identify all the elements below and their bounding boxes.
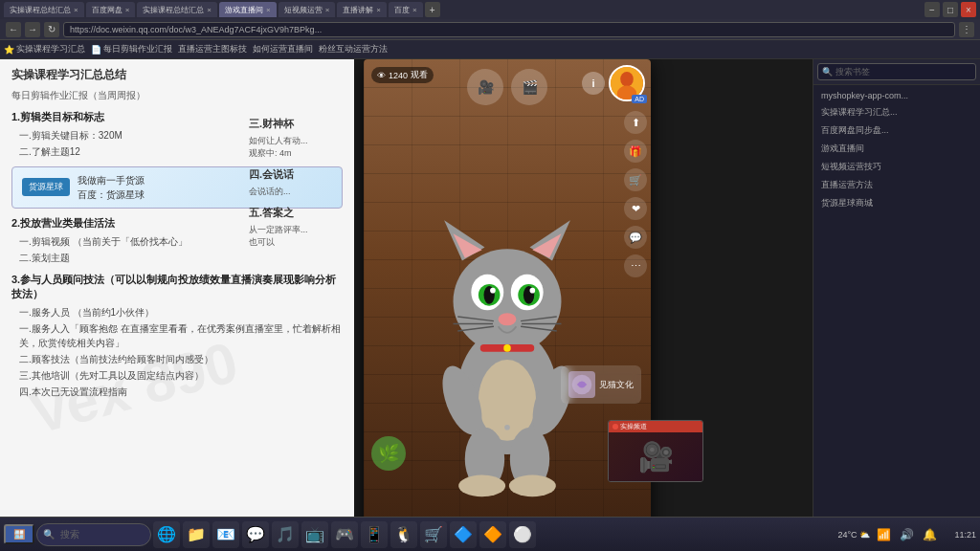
bookmark-icon-1: ⭐ (4, 45, 14, 55)
rp-bookmark-2[interactable]: 实操课程学习汇总... (817, 104, 976, 121)
refresh-button[interactable]: ↻ (44, 22, 59, 37)
tab-6[interactable]: 直播讲解 × (337, 2, 387, 17)
minimize-button[interactable]: − (924, 2, 940, 17)
tab-close-3[interactable]: × (207, 6, 212, 14)
tab-close-6[interactable]: × (376, 6, 381, 14)
info-button[interactable]: i (582, 72, 605, 95)
bookmark-3[interactable]: 直播运营主图标技 (178, 43, 247, 55)
network-icon[interactable]: 📶 (874, 525, 893, 544)
taskbar: 🪟 🔍 搜索 🌐 📁 📧 💬 🎵 📺 🎮 📱 🐧 🛒 🔷 🔶 ⚪ 24°C ⛅ … (0, 517, 980, 551)
preview-content: 🎥 (609, 432, 702, 481)
more-action[interactable]: ⋯ (624, 254, 647, 277)
bookmark-4[interactable]: 如何运营直播间 (253, 43, 313, 55)
section-3-item-1: 一.服务人员 （当前约1小伙伴） (19, 305, 343, 320)
section-caishen-content: 如何让人有动...观察中: 4m (249, 135, 345, 160)
tab-close-2[interactable]: × (125, 6, 130, 14)
notification-icon[interactable]: 🔔 (920, 525, 939, 544)
section-3-item-5: 四.本次已无设置流程指南 (19, 385, 343, 399)
extensions-button[interactable]: ⋮ (959, 22, 974, 37)
taskbar-app-extra2[interactable]: 🔶 (479, 521, 506, 548)
taskbar-app-email[interactable]: 📧 (212, 521, 239, 548)
rp-bookmark-4[interactable]: 游戏直播间 (817, 141, 976, 157)
rp-bookmark-1[interactable]: myshopkey-app-com... (817, 89, 976, 102)
section-3-item-2: 一.服务人入「顾客抱怨 在直播室里看看，在优秀案例直播室里，忙着解析相关，欣赏传… (19, 321, 343, 350)
tab-7[interactable]: 百度 × (389, 2, 423, 17)
game-icons-bar: 🎥 🎬 (467, 69, 547, 105)
rp-bookmark-6[interactable]: 直播运营方法 (817, 177, 976, 193)
tab-4-active[interactable]: 游戏直播间 × (219, 2, 277, 17)
section-daan-content: 从一定路评率...也可以 (249, 224, 345, 249)
tab-2[interactable]: 百度网盘 × (86, 2, 136, 17)
taskbar-app-extra1[interactable]: 🔷 (450, 521, 477, 548)
taskbar-app-wechat[interactable]: 💬 (242, 521, 269, 548)
tab-close-4[interactable]: × (266, 6, 271, 14)
right-panel-top: 🔍 搜索书签 (813, 59, 980, 85)
rp-bookmark-5[interactable]: 短视频运营技巧 (817, 159, 976, 175)
ad-logo: 货源星球 (22, 178, 70, 196)
bookmarks-bar: ⭐ 实操课程学习汇总 📄 每日剪辑作业汇报 直播运营主图标技 如何运营直播间 粉… (0, 40, 980, 59)
forward-button[interactable]: → (25, 22, 40, 37)
tab-5[interactable]: 短视频运营 × (278, 2, 336, 17)
address-bar[interactable]: https://doc.weixin.qq.com/doc/w3_ANEAdg7… (63, 22, 955, 37)
right-panel-search[interactable]: 🔍 搜索书签 (817, 63, 976, 80)
doc-subtitle: 每日剪辑作业汇报（当周周报） (11, 89, 343, 102)
rp-bookmark-7[interactable]: 货源星球商城 (817, 195, 976, 211)
stream-side-actions: ⬆ 🎁 🛒 ❤ 💬 ⋯ (620, 107, 651, 281)
new-tab-button[interactable]: + (425, 2, 440, 17)
tab-1[interactable]: 实操课程总结汇总 × (4, 2, 84, 17)
ad-badge: AD (632, 95, 647, 103)
section-3-item-4: 三.其他培训（先对工具以及固定结点内容） (19, 368, 343, 383)
search-text: 搜索 (60, 528, 79, 541)
gift-action[interactable]: 🎁 (624, 140, 647, 163)
svg-point-14 (530, 288, 536, 294)
back-button[interactable]: ← (6, 22, 21, 37)
section-huishuohua-content: 会说话的... (249, 186, 345, 198)
screen-share-button[interactable]: 🎬 (511, 69, 547, 105)
comment-action[interactable]: 💬 (624, 226, 647, 249)
rp-bookmark-3[interactable]: 百度网盘同步盘... (817, 122, 976, 139)
taskbar-app-browser[interactable]: 🌐 (153, 521, 180, 548)
doc-right-col: 三.财神杯 如何让人有动...观察中: 4m 四.会说话 会说话的... 五.答… (249, 117, 345, 249)
close-button[interactable]: × (961, 2, 976, 17)
section-daan-title: 五.答案之 (249, 206, 345, 220)
taskbar-app-shop[interactable]: 🛒 (420, 521, 447, 548)
taskbar-app-video[interactable]: 📺 (301, 521, 328, 548)
taskbar-app-extra3[interactable]: ⚪ (509, 521, 536, 548)
eye-icon: 👁 (377, 71, 386, 80)
start-button[interactable]: 🪟 (4, 524, 34, 544)
share-action[interactable]: ⬆ (624, 111, 647, 134)
tab-close-7[interactable]: × (412, 6, 417, 14)
section-3-item-3: 二.顾客技法（当前技法约给顾客时间内感受） (19, 352, 343, 366)
tab-close-1[interactable]: × (74, 6, 78, 14)
tab-3[interactable]: 实操课程总结汇总 × (137, 2, 217, 17)
taskbar-search-bar[interactable]: 🔍 搜索 (36, 523, 151, 546)
preview-dot (612, 424, 618, 430)
cart-action[interactable]: 🛒 (624, 168, 647, 191)
like-action[interactable]: ❤ (624, 197, 647, 220)
navigation-bar: ← → ↻ https://doc.weixin.qq.com/doc/w3_A… (0, 19, 980, 40)
section-3-title: 3.参与人员顾问技法（可以以制规向投放绩效量直播演奏展现影响分析技法） (11, 273, 343, 301)
video-record-button[interactable]: 🎥 (467, 69, 503, 105)
maximize-button[interactable]: □ (943, 2, 958, 17)
taskbar-app-mobile[interactable]: 📱 (361, 521, 388, 548)
right-panel-bookmarks: myshopkey-app-com... 实操课程学习汇总... 百度网盘同步盘… (813, 85, 980, 517)
taskbar-app-explorer[interactable]: 📁 (183, 521, 210, 548)
section-2-item-2: 二.策划主题 (19, 251, 343, 265)
bookmark-2[interactable]: 📄 每日剪辑作业汇报 (91, 43, 172, 55)
system-time: 11:21 (943, 530, 976, 540)
stream-top-right-area: i AD (582, 65, 645, 101)
taskbar-app-music[interactable]: 🎵 (272, 521, 299, 548)
section-huishuohua-title: 四.会说话 (249, 167, 345, 182)
svg-point-30 (503, 344, 511, 352)
bookmark-icon-2: 📄 (91, 45, 101, 55)
taskbar-app-game[interactable]: 🎮 (331, 521, 358, 548)
tab-close-5[interactable]: × (325, 6, 330, 14)
avatar-container: AD (609, 65, 645, 101)
volume-icon[interactable]: 🔊 (897, 525, 916, 544)
taskbar-app-qq[interactable]: 🐧 (390, 521, 417, 548)
search-icon: 🔍 (822, 67, 833, 77)
svg-point-26 (458, 475, 505, 497)
bookmark-5[interactable]: 粉丝互动运营方法 (319, 43, 388, 55)
bookmark-1[interactable]: ⭐ 实操课程学习汇总 (4, 43, 85, 55)
plant-icon[interactable]: 🌿 (371, 436, 406, 471)
